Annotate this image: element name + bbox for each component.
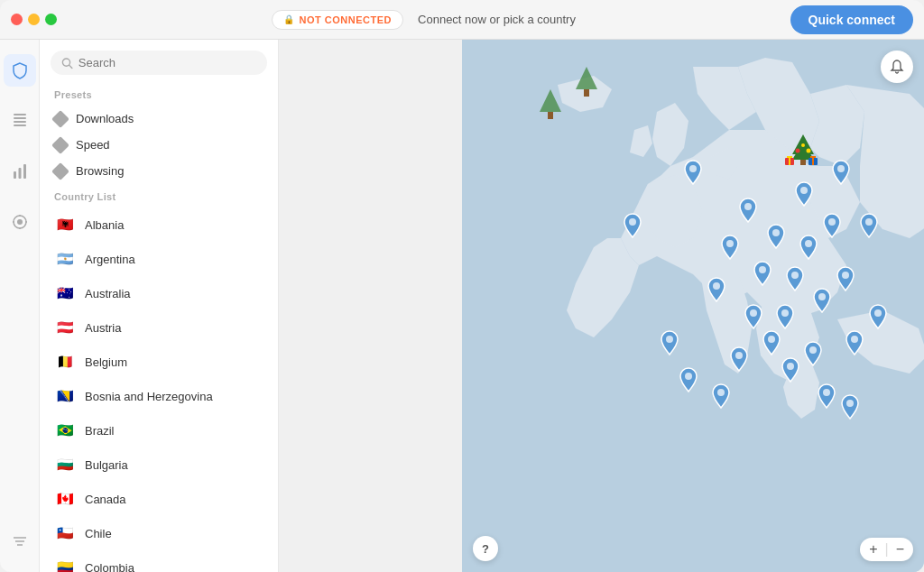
preset-speed[interactable]: Speed [40,132,278,158]
chart-nav-icon[interactable] [4,155,36,188]
svg-rect-0 [14,117,26,119]
svg-point-47 [818,293,826,300]
search-input[interactable] [79,56,256,69]
map-pin-p9[interactable] [775,304,795,333]
map-pin-p21[interactable] [711,383,731,412]
search-icon [61,57,73,69]
flag-australia: 🇦🇺 [54,282,76,304]
bell-icon [889,59,905,75]
map-pin-p8[interactable] [766,224,786,253]
svg-point-61 [666,336,673,343]
map-pin-p18[interactable] [859,213,879,242]
main-content: Presets Downloads Speed Browsing Country… [0,40,924,572]
map-pin-p16[interactable] [836,266,855,295]
layers-nav-icon[interactable] [4,105,36,137]
country-label-bulgaria: Bulgaria [85,458,128,472]
connection-status: 🔒 NOT CONNECTED [272,10,403,30]
svg-point-39 [744,203,752,210]
country-item-bosnia[interactable]: 🇧🇦 Bosnia and Herzegovina [40,379,278,413]
maximize-button[interactable] [45,14,57,25]
map-pin-p6[interactable] [744,304,763,333]
zoom-controls[interactable]: + | − [860,538,913,561]
flag-argentina: 🇦🇷 [54,248,76,270]
map-pin-p26[interactable] [840,394,860,423]
svg-point-57 [787,363,794,370]
preset-downloads[interactable]: Downloads [40,106,278,132]
country-list: 🇦🇱 Albania 🇦🇷 Argentina 🇦🇺 Australia 🇦🇹 … [40,208,278,572]
country-item-belgium[interactable]: 🇧🇪 Belgium [40,345,278,379]
svg-point-36 [689,165,697,172]
country-item-chile[interactable]: 🇨🇱 Chile [40,516,278,550]
preset-browsing[interactable]: Browsing [40,158,278,184]
map-pin-p7[interactable] [753,261,772,290]
map-pin-p22[interactable] [762,330,781,359]
svg-point-26 [796,149,800,153]
search-box[interactable] [51,51,267,75]
flag-belgium: 🇧🇪 [54,351,76,373]
country-label-austria: Austria [85,321,121,335]
browsing-icon [51,162,69,180]
flag-albania: 🇦🇱 [54,214,76,235]
lock-icon: 🔒 [283,14,294,24]
map-pin-p27[interactable] [660,330,679,359]
map-pin-p2[interactable] [683,160,703,189]
zoom-out-label[interactable]: − [896,541,904,558]
svg-point-44 [791,272,799,279]
country-item-colombia[interactable]: 🇨🇴 Colombia [40,550,278,572]
map-pin-p17[interactable] [845,330,864,359]
map-pin-p20[interactable] [729,346,749,375]
svg-point-59 [823,389,830,396]
country-item-bulgaria[interactable]: 🇧🇬 Bulgaria [40,447,278,482]
quick-connect-button[interactable]: Quick connect [790,5,913,34]
flag-bosnia: 🇧🇦 [54,385,76,407]
svg-rect-34 [812,156,814,165]
country-item-canada[interactable]: 🇨🇦 Canada [40,482,278,516]
country-item-albania[interactable]: 🇦🇱 Albania [40,208,278,242]
map-pin-p13[interactable] [812,288,832,317]
country-label-bosnia: Bosnia and Herzegovina [85,390,213,403]
country-label-albania: Albania [85,218,124,232]
sidebar-icons [0,40,40,572]
map-pin-p1[interactable] [623,213,642,242]
country-item-australia[interactable]: 🇦🇺 Australia [40,276,278,310]
map-pin-p4[interactable] [720,235,740,263]
map-pin-p14[interactable] [822,213,842,242]
flag-canada: 🇨🇦 [54,488,76,510]
map-pin-p12[interactable] [799,235,818,263]
svg-rect-25 [800,160,806,165]
close-button[interactable] [11,14,23,25]
traffic-lights [11,14,57,25]
svg-point-62 [685,373,692,380]
minimize-button[interactable] [28,14,40,25]
flag-bulgaria: 🇧🇬 [54,454,76,475]
favorites-nav-icon[interactable] [4,206,36,238]
speed-icon [51,136,69,154]
map-pin-p24[interactable] [803,341,823,370]
svg-point-49 [837,165,845,172]
presets-label: Presets [40,86,278,106]
map-pin-p11[interactable] [794,181,814,210]
zoom-in-label[interactable]: + [869,541,877,558]
filter-nav-icon[interactable] [4,525,36,558]
map-pin-p25[interactable] [817,383,836,412]
map-pin-p3[interactable] [707,277,726,306]
map-pin-p23[interactable] [781,357,800,386]
map-pin-p5[interactable] [738,198,758,226]
svg-rect-5 [18,168,21,179]
country-item-austria[interactable]: 🇦🇹 Austria [40,310,278,345]
map-pin-p15[interactable] [831,160,851,189]
svg-point-38 [726,240,734,247]
svg-point-41 [759,266,766,273]
map-pin-p28[interactable] [679,367,698,396]
notification-button[interactable] [881,51,913,83]
map-pin-p10[interactable] [785,266,805,295]
help-button[interactable]: ? [473,536,498,561]
map-pin-p19[interactable] [868,304,888,333]
country-item-brazil[interactable]: 🇧🇷 Brazil [40,413,278,447]
shield-nav-icon[interactable] [4,54,36,87]
title-center: 🔒 NOT CONNECTED Connect now or pick a co… [64,10,783,30]
flag-austria: 🇦🇹 [54,317,76,338]
svg-point-40 [750,309,757,317]
country-item-argentina[interactable]: 🇦🇷 Argentina [40,242,278,276]
country-label-australia: Australia [85,287,131,300]
